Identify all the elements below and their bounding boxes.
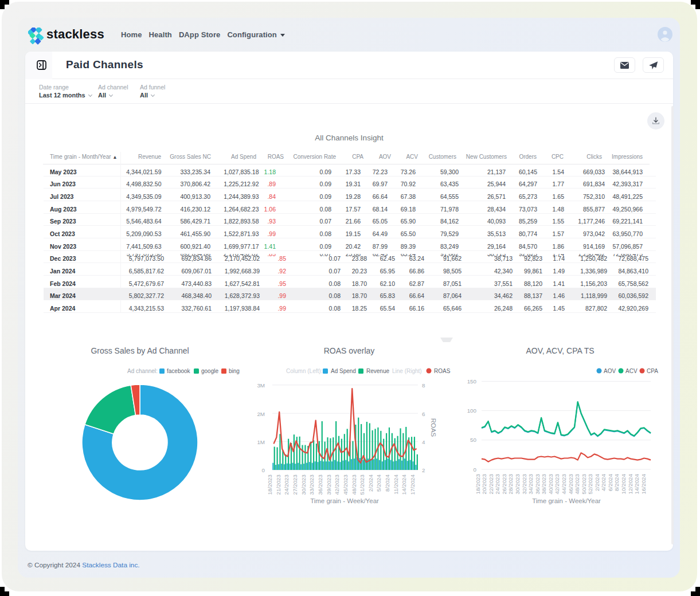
svg-text:Time grain - Week/Year: Time grain - Week/Year [310, 497, 379, 504]
svg-text:14/2024: 14/2024 [633, 473, 640, 494]
svg-text:50/2023: 50/2023 [581, 473, 587, 494]
svg-text:22/2023: 22/2023 [488, 473, 494, 494]
svg-text:facebook: facebook [167, 368, 191, 374]
svg-text:ROAS: ROAS [430, 418, 437, 437]
svg-text:google: google [201, 368, 218, 374]
svg-text:30/2023: 30/2023 [300, 474, 307, 495]
svg-text:27/2023: 27/2023 [292, 474, 298, 495]
svg-text:AOV: AOV [604, 368, 616, 374]
svg-text:AOV, ACV, CPA TS: AOV, ACV, CPA TS [526, 346, 594, 355]
svg-text:24/2023: 24/2023 [283, 474, 290, 495]
svg-text:bing: bing [229, 368, 240, 374]
svg-text:150: 150 [467, 378, 477, 385]
svg-text:ACV: ACV [625, 368, 638, 374]
svg-text:39/2023: 39/2023 [326, 474, 332, 495]
svg-text:36/2023: 36/2023 [317, 474, 323, 495]
svg-text:0: 0 [474, 466, 477, 473]
svg-text:4/2024: 4/2024 [600, 473, 607, 491]
svg-text:42/2023: 42/2023 [334, 474, 340, 495]
svg-text:42/2023: 42/2023 [554, 473, 560, 494]
svg-text:12/2024: 12/2024 [627, 473, 633, 494]
svg-text:40/2023: 40/2023 [548, 473, 554, 494]
svg-text:50: 50 [470, 437, 476, 443]
svg-text:16/2024: 16/2024 [640, 473, 647, 494]
svg-text:ROAS: ROAS [434, 368, 451, 374]
svg-text:4: 4 [422, 439, 425, 445]
svg-text:8/2024: 8/2024 [613, 473, 620, 491]
svg-text:24/2023: 24/2023 [494, 473, 500, 494]
svg-text:6: 6 [422, 411, 425, 417]
svg-text:38/2023: 38/2023 [541, 473, 547, 494]
svg-text:46/2023: 46/2023 [568, 473, 574, 494]
svg-text:Column (Left):: Column (Left): [286, 368, 322, 374]
svg-text:1M: 1M [257, 439, 265, 445]
svg-text:8/2024: 8/2024 [384, 474, 390, 492]
svg-text:30/2023: 30/2023 [514, 473, 521, 494]
svg-text:Revenue: Revenue [366, 368, 389, 374]
svg-text:14/2024: 14/2024 [401, 474, 407, 495]
svg-text:44/2023: 44/2023 [561, 473, 567, 494]
svg-text:18/2023: 18/2023 [267, 474, 273, 495]
svg-text:5/2024: 5/2024 [376, 474, 382, 492]
svg-text:28/2023: 28/2023 [507, 473, 514, 494]
svg-text:21/2023: 21/2023 [275, 474, 281, 495]
svg-text:CPA: CPA [647, 368, 658, 374]
svg-text:6/2024: 6/2024 [607, 473, 613, 491]
svg-text:20/2023: 20/2023 [481, 473, 487, 494]
svg-text:11/2024: 11/2024 [393, 474, 399, 494]
svg-text:18/2023: 18/2023 [475, 473, 481, 494]
svg-text:48/2023: 48/2023 [574, 473, 580, 494]
svg-text:Time grain - Week/Year: Time grain - Week/Year [532, 497, 601, 504]
svg-text:2: 2 [422, 467, 425, 473]
svg-text:Ad channel:: Ad channel: [127, 368, 158, 374]
svg-text:0: 0 [262, 467, 265, 473]
svg-text:26/2023: 26/2023 [501, 473, 507, 494]
svg-text:Line (Right): Line (Right) [392, 368, 422, 374]
svg-text:8: 8 [422, 382, 425, 389]
svg-text:2/2024: 2/2024 [594, 473, 600, 491]
svg-text:51/2023: 51/2023 [359, 474, 365, 495]
svg-text:45/2023: 45/2023 [342, 474, 349, 495]
svg-text:2/2024: 2/2024 [367, 474, 374, 492]
svg-text:3M: 3M [257, 382, 265, 389]
svg-text:ROAS overlay: ROAS overlay [324, 346, 375, 355]
svg-text:36/2023: 36/2023 [534, 473, 541, 494]
svg-text:48/2023: 48/2023 [351, 474, 357, 495]
svg-text:Gross Sales by Ad Channel: Gross Sales by Ad Channel [91, 346, 189, 355]
svg-text:33/2023: 33/2023 [308, 474, 315, 495]
svg-text:100: 100 [467, 407, 477, 414]
svg-text:10/2024: 10/2024 [620, 473, 627, 494]
svg-text:34/2023: 34/2023 [527, 473, 534, 494]
svg-text:Ad Spend: Ad Spend [331, 368, 356, 374]
svg-text:2M: 2M [257, 411, 265, 417]
svg-text:32/2023: 32/2023 [521, 473, 527, 494]
svg-text:52/2023: 52/2023 [587, 473, 593, 494]
svg-text:17/2024: 17/2024 [409, 474, 416, 495]
